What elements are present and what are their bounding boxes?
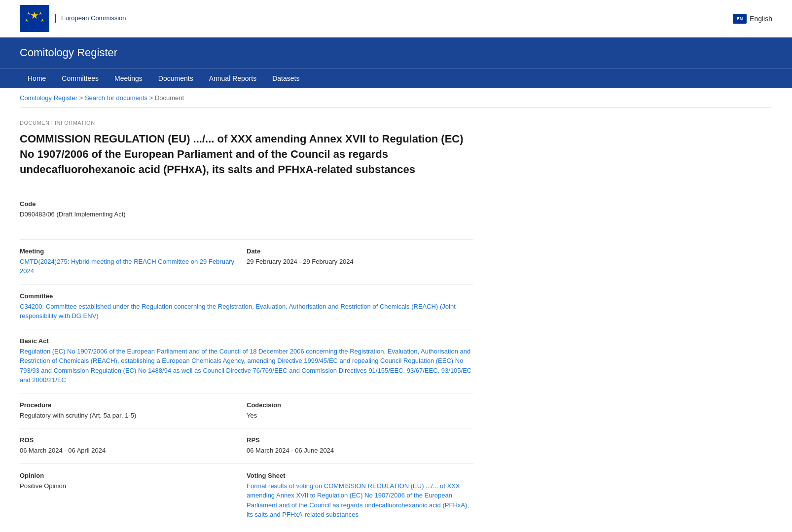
breadcrumb: Comitology Register > Search for documen… bbox=[0, 88, 792, 107]
basic-act-block: Basic Act Regulation (EC) No 1907/2006 o… bbox=[20, 329, 473, 393]
nav-link-datasets[interactable]: Datasets bbox=[264, 69, 307, 88]
date-label: Date bbox=[247, 248, 473, 255]
svg-text:★: ★ bbox=[25, 18, 29, 23]
language-selector[interactable]: EN English bbox=[733, 14, 772, 24]
meeting-block: Meeting CMTD(2024)275: Hybrid meeting of… bbox=[20, 239, 247, 284]
svg-text:★: ★ bbox=[40, 18, 44, 23]
eu-logo: ★ ★ ★ ★ ★ bbox=[20, 5, 49, 32]
svg-text:★: ★ bbox=[30, 10, 39, 21]
opinion-voting-grid: Opinion Positive Opinion Voting Sheet Fo… bbox=[20, 463, 473, 528]
rps-block: RPS 06 March 2024 - 06 June 2024 bbox=[247, 428, 473, 463]
nav-link-annual-reports[interactable]: Annual Reports bbox=[201, 69, 265, 88]
ros-value: 06 March 2024 - 06 April 2024 bbox=[20, 446, 247, 456]
main-content: DOCUMENT INFORMATION COMMISSION REGULATI… bbox=[0, 108, 493, 532]
logo-area: ★ ★ ★ ★ ★ European Commission bbox=[20, 5, 126, 32]
voting-sheet-label: Voting Sheet bbox=[247, 472, 473, 479]
meeting-value: CMTD(2024)275: Hybrid meeting of the REA… bbox=[20, 257, 247, 276]
nav-item-home[interactable]: Home bbox=[20, 69, 54, 88]
ros-rps-grid: ROS 06 March 2024 - 06 April 2024 RPS 06… bbox=[20, 428, 473, 463]
meeting-link[interactable]: CMTD(2024)275: Hybrid meeting of the REA… bbox=[20, 258, 234, 275]
breadcrumb-separator-1: > bbox=[79, 94, 85, 102]
rps-value: 06 March 2024 - 06 June 2024 bbox=[247, 446, 473, 456]
voting-sheet-value: Formal results of voting on COMMISSION R… bbox=[247, 481, 473, 520]
document-title: COMMISSION REGULATION (EU) .../... of XX… bbox=[20, 132, 473, 177]
nav-link-committees[interactable]: Committees bbox=[54, 69, 107, 88]
code-label: Code bbox=[20, 200, 473, 208]
nav-item-annual-reports[interactable]: Annual Reports bbox=[201, 69, 265, 88]
procedure-block: Procedure Regulatory with scrutiny (Art.… bbox=[20, 393, 247, 428]
voting-sheet-block: Voting Sheet Formal results of voting on… bbox=[247, 463, 473, 528]
procedure-codecision-grid: Procedure Regulatory with scrutiny (Art.… bbox=[20, 393, 473, 428]
code-value: D090483/06 (Draft Implementing Act) bbox=[20, 210, 473, 219]
lang-icon: EN bbox=[733, 14, 747, 24]
nav-item-committees[interactable]: Committees bbox=[54, 69, 107, 88]
procedure-value: Regulatory with scrutiny (Art. 5a par. 1… bbox=[20, 411, 247, 421]
ros-label: ROS bbox=[20, 436, 247, 444]
committee-link[interactable]: C34200: Committee established under the … bbox=[20, 303, 456, 320]
site-title: Comitology Register bbox=[20, 46, 772, 59]
nav-item-datasets[interactable]: Datasets bbox=[264, 69, 307, 88]
codecision-value: Yes bbox=[247, 411, 473, 421]
basic-act-label: Basic Act bbox=[20, 337, 473, 345]
nav-item-documents[interactable]: Documents bbox=[150, 69, 201, 88]
nav-link-documents[interactable]: Documents bbox=[150, 69, 201, 88]
opinion-label: Opinion bbox=[20, 472, 247, 479]
date-value: 29 February 2024 - 29 February 2024 bbox=[247, 257, 473, 267]
org-name: European Commission bbox=[55, 14, 126, 23]
nav-link-meetings[interactable]: Meetings bbox=[107, 69, 150, 88]
svg-text:★: ★ bbox=[27, 11, 31, 16]
breadcrumb-link-search[interactable]: Search for documents bbox=[85, 94, 147, 102]
opinion-value: Positive Opinion bbox=[20, 481, 247, 491]
opinion-block: Opinion Positive Opinion bbox=[20, 463, 247, 528]
breadcrumb-current: Document bbox=[155, 94, 184, 102]
committee-value: C34200: Committee established under the … bbox=[20, 302, 473, 321]
breadcrumb-separator-2: > bbox=[149, 94, 155, 102]
blue-header: Comitology Register bbox=[0, 37, 792, 68]
basic-act-value: Regulation (EC) No 1907/2006 of the Euro… bbox=[20, 347, 473, 385]
svg-text:★: ★ bbox=[38, 11, 42, 16]
breadcrumb-link-register[interactable]: Comitology Register bbox=[20, 94, 77, 102]
voting-sheet-link[interactable]: Formal results of voting on COMMISSION R… bbox=[247, 482, 469, 519]
top-bar: ★ ★ ★ ★ ★ European Commission EN English bbox=[0, 0, 792, 37]
rps-label: RPS bbox=[247, 436, 473, 444]
language-label: English bbox=[750, 15, 772, 23]
committee-label: Committee bbox=[20, 292, 473, 300]
basic-act-link[interactable]: Regulation (EC) No 1907/2006 of the Euro… bbox=[20, 348, 471, 384]
info-section-code: Code D090483/06 (Draft Implementing Act) bbox=[20, 192, 473, 227]
procedure-label: Procedure bbox=[20, 401, 247, 409]
meeting-date-grid: Meeting CMTD(2024)275: Hybrid meeting of… bbox=[20, 239, 473, 284]
nav-item-meetings[interactable]: Meetings bbox=[107, 69, 150, 88]
ros-block: ROS 06 March 2024 - 06 April 2024 bbox=[20, 428, 247, 463]
meeting-label: Meeting bbox=[20, 248, 247, 255]
codecision-label: Codecision bbox=[247, 401, 473, 409]
doc-info-label: DOCUMENT INFORMATION bbox=[20, 120, 473, 126]
nav-bar: Home Committees Meetings Documents Annua… bbox=[0, 68, 792, 88]
committee-block: Committee C34200: Committee established … bbox=[20, 284, 473, 329]
date-block: Date 29 February 2024 - 29 February 2024 bbox=[247, 239, 473, 284]
nav-link-home[interactable]: Home bbox=[20, 69, 54, 88]
codecision-block: Codecision Yes bbox=[247, 393, 473, 428]
code-block: Code D090483/06 (Draft Implementing Act) bbox=[20, 192, 473, 227]
